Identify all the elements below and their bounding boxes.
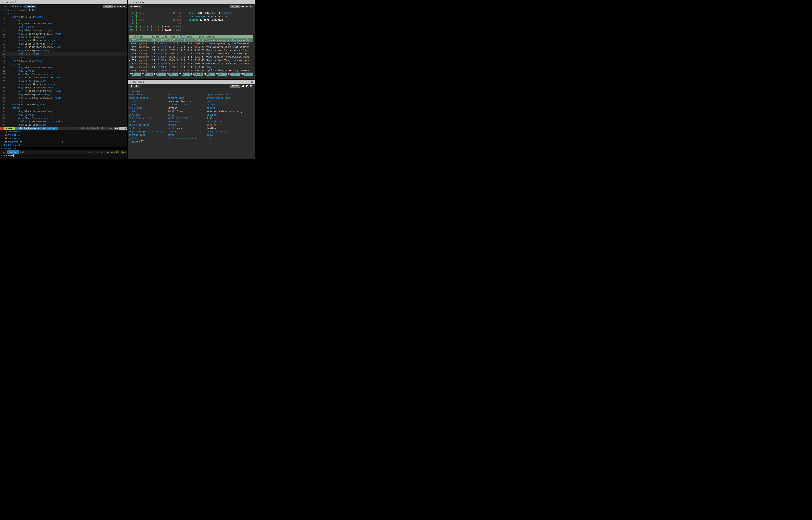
col-header-cpu%[interactable]: CPU% — [180, 35, 185, 38]
fkey-f3[interactable]: F3 — [153, 73, 157, 76]
vim-line[interactable]: 26 <key>Green Component</key> — [1, 86, 127, 89]
vim-line[interactable]: 3<plist version="1.0"> — [1, 8, 127, 12]
col-header-command[interactable]: Command — [206, 35, 253, 38]
fkey-f5[interactable]: F5 — [178, 73, 182, 76]
col-header-pid[interactable]: PID — [129, 35, 136, 38]
col-header-virt[interactable]: VIRT — [160, 35, 167, 38]
vim-line[interactable]: 11 <key>Color Space</key> — [1, 35, 127, 39]
vim-line[interactable]: 17 </dict> — [1, 56, 127, 59]
col-header-user[interactable]: USER — [137, 35, 150, 38]
process-row[interactable]: 88771fuguangpi2402403M3436?0.40.00:14.97… — [129, 66, 253, 69]
tmux-window-tab[interactable]: 1:htop* — [129, 5, 142, 8]
fkey-f2[interactable]: F2 — [141, 73, 145, 76]
process-row[interactable]: 7984fuguangpi2403898M372M?2.24.51:30.70/… — [129, 49, 253, 52]
finder-row[interactable]: >README.en.md — [0, 144, 127, 147]
fkey-label-f2[interactable]: Setup — [145, 73, 154, 76]
fkey-label-f10[interactable]: Quit — [245, 73, 253, 76]
vim-line[interactable]: 27 <real>0.10840655118227005</real> — [1, 89, 127, 93]
vim-line[interactable]: 13 <key>Green Component</key> — [1, 42, 127, 46]
vim-line[interactable]: 18 <key>Ansi 1 Color</key> — [1, 59, 127, 62]
vim-line[interactable]: 24 <key>Color Space</key> — [1, 79, 127, 83]
process-row[interactable]: 409fuguangpi1603946M14240?0.40.237:05.68… — [129, 69, 253, 72]
process-row[interactable]: 279fuguangpi2405239M401M?1.94.96h40:51/A… — [129, 52, 253, 55]
fkey-f8[interactable]: F8 — [215, 73, 219, 76]
finder-tab-files[interactable]: files — [7, 150, 19, 154]
process-row[interactable]: 41556fuguangpi2403374M70464?1.10.87:39.4… — [129, 59, 253, 62]
fkey-f10[interactable]: F10 — [240, 73, 245, 76]
vim-line[interactable]: 34 <real>1</real> — [1, 113, 127, 116]
fkey-label-f5[interactable]: Tree — [182, 73, 191, 76]
tmux-window-tab[interactable]: 1:zsh* — [129, 85, 141, 88]
finder-tab-buf[interactable]: buf — [19, 150, 26, 154]
col-header-res[interactable]: RES — [169, 35, 175, 38]
finder-prompt-line[interactable]: >>> READM — [0, 154, 127, 157]
vim-line[interactable]: 32 <dict> — [1, 106, 127, 110]
tmux-window-tab[interactable]: 3:test* — [24, 5, 36, 8]
fkey-label-f4[interactable]: Filter — [169, 73, 178, 76]
hamburger-menu-icon[interactable]: ≡ — [124, 1, 125, 4]
finder-row[interactable]: >vim/README.md — [0, 133, 127, 137]
vim-line[interactable]: 10 <real>0.19370138645172119</real> — [1, 32, 127, 35]
process-row[interactable]: 11174fuguangpi2402454M32220?0.40.40:00.8… — [129, 62, 253, 66]
fkey-label-f3[interactable]: Search — [157, 73, 166, 76]
zsh-screen[interactable]: ➜ github ls KODExplorerawesome-paperscic… — [128, 88, 255, 159]
shell-prompt-line-active[interactable]: ➜ github — [129, 140, 253, 144]
vim-line[interactable]: 22 <key>Blue Component</key> — [1, 73, 127, 76]
finder-row[interactable]: >README.md — [0, 147, 127, 150]
vim-line[interactable]: 30 </dict> — [1, 100, 127, 103]
vim-line[interactable]: 19 <dict> — [1, 62, 127, 66]
hamburger-menu-icon[interactable]: ≡ — [251, 80, 253, 83]
vim-line[interactable]: 36 <real>0.23294100165367126</real> — [1, 120, 127, 123]
vim-line[interactable]: 15 <key>Red Component</key> — [1, 49, 127, 52]
fkey-label-f8[interactable]: Nice + — [219, 73, 227, 76]
process-row[interactable]: 443fuguangpi2406740M10724?3.50.15h58:07/… — [129, 45, 253, 49]
vim-line[interactable]: 8 <real>1</real> — [1, 25, 127, 29]
process-row[interactable]: 282fuguangpi2403302M252M?8.13.12h07:08/U… — [129, 38, 253, 42]
fkey-f9[interactable]: F9 — [227, 73, 231, 76]
process-row[interactable]: 7970fuguangpi1703507M86576?1.91.00:53.00… — [129, 55, 253, 59]
close-icon[interactable]: × — [130, 1, 131, 4]
vim-line[interactable]: 14 <real>0.15575926005840302</real> — [1, 46, 127, 49]
fkey-f1[interactable]: F1 — [129, 73, 132, 76]
finder-row[interactable]: >ssh/README.md — [0, 130, 127, 133]
close-icon[interactable]: × — [130, 81, 131, 83]
vim-line[interactable]: 28 <key>Red Component</key> — [1, 93, 127, 96]
finder-query-input[interactable]: READM — [6, 154, 13, 157]
col-header-s[interactable]: S — [177, 35, 178, 38]
fkey-label-f7[interactable]: Nice - — [206, 73, 215, 76]
fkey-label-f6[interactable]: SortBy — [194, 73, 203, 76]
close-icon[interactable]: × — [2, 1, 3, 4]
fkey-f7[interactable]: F7 — [203, 73, 206, 76]
vim-line[interactable]: 33 <key>Alpha Component</key> — [1, 110, 127, 113]
process-row[interactable]: 9604fuguangpi2406412M118M?6.61.51h09:35/… — [129, 42, 253, 45]
finder-tab--[interactable]: - — [26, 150, 30, 154]
finder-row[interactable]: >zsh/README.md — [0, 137, 127, 140]
vim-line[interactable]: 35 <key>Blue Component</key> — [1, 116, 127, 120]
vim-line[interactable]: 6 <dict> — [1, 19, 127, 22]
fkey-f4[interactable]: F4 — [166, 73, 169, 76]
col-header-ni[interactable]: NI — [156, 35, 159, 38]
vim-line[interactable]: 20 <key>Alpha Component</key> — [1, 66, 127, 69]
vim-buffer[interactable]: 3<plist version="1.0">4<dict>5 <key>Ansi… — [0, 8, 127, 127]
vim-line[interactable]: 31 <key>Ansi 10 Color</key> — [1, 103, 127, 106]
vim-line[interactable]: 7 <key>Alpha Component</key> — [1, 22, 127, 25]
hamburger-menu-icon[interactable]: ≡ — [251, 1, 253, 4]
col-header-pri[interactable]: PRI — [151, 35, 155, 38]
vim-line[interactable]: 5 <key>Ansi 0 Color</key> — [1, 15, 127, 19]
col-header-mem%[interactable]: MEM% — [186, 35, 192, 38]
vim-line[interactable]: 9 <key>Blue Component</key> — [1, 29, 127, 32]
vim-line[interactable]: 37 <key>Color Space</key> — [1, 123, 127, 127]
vim-line[interactable]: 16 <real>0.0</real> — [1, 52, 127, 56]
vim-line[interactable]: 23 <real>0.14145714044570923</real> — [1, 76, 127, 79]
col-header-time+[interactable]: TIME+ — [193, 35, 204, 38]
finder-tab-mru[interactable]: mru — [0, 150, 7, 154]
fkey-label-f1[interactable]: Help — [132, 73, 141, 76]
vim-line[interactable]: 25 <string>Calibrated</string> — [1, 83, 127, 86]
vim-line[interactable]: 29 <real>0.81926977634429932</real> — [1, 96, 127, 100]
vim-line[interactable]: 12 <string>Calibrated</string> — [1, 39, 127, 42]
vim-line[interactable]: 4<dict> — [1, 12, 127, 15]
fkey-f6[interactable]: F6 — [191, 73, 194, 76]
fkey-label-f9[interactable]: Kill — [231, 73, 240, 76]
finder-row[interactable]: >tmux/README.mde — [0, 140, 127, 144]
vim-line[interactable]: 21 <real>1</real> — [1, 69, 127, 73]
